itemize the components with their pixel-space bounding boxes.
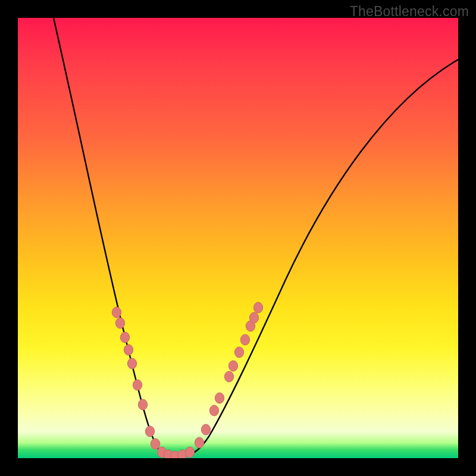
curve-marker [112,307,121,318]
curve-marker [228,361,237,371]
curve-marker [234,347,243,358]
curve-marker [115,318,124,328]
curve-marker [195,437,203,448]
curve-marker [120,332,129,343]
curve-marker [240,334,249,345]
curve-marker [215,393,224,403]
curve-marker [253,302,262,313]
curve-marker [138,399,147,410]
curve-marker [224,371,233,382]
curve-marker [124,345,133,355]
marker-group [112,302,262,458]
curve-marker [209,405,218,416]
curve-marker [151,439,159,449]
curve-marker [145,426,154,437]
chart-frame: TheBottleneck.com [0,0,476,476]
curve-marker [201,424,210,435]
curve-marker [133,380,142,390]
bottleneck-chart-svg [18,18,458,458]
curve-marker [127,358,136,369]
curve-marker [249,312,258,323]
plot-gradient-area [18,18,458,458]
bottleneck-curve [54,18,458,456]
watermark-text: TheBottleneck.com [350,4,469,20]
curve-marker [185,447,194,458]
